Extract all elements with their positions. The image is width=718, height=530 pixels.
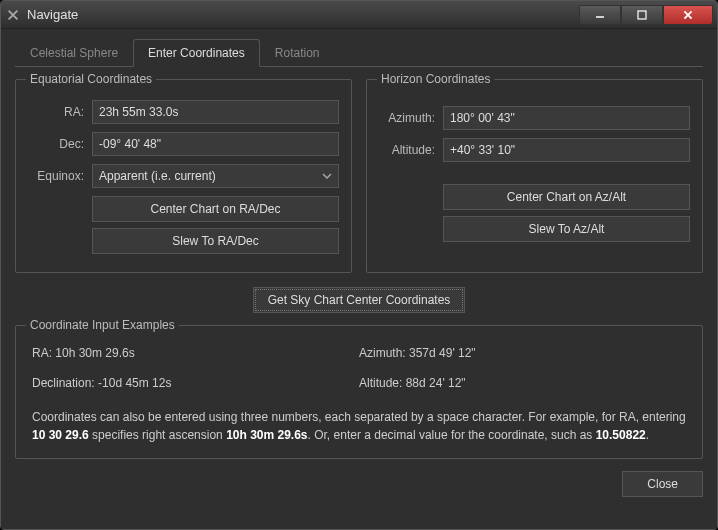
example-ra: RA: 10h 30m 29.6s bbox=[32, 346, 359, 360]
tab-celestial-sphere[interactable]: Celestial Sphere bbox=[15, 39, 133, 66]
example-alt: Altitude: 88d 24' 12" bbox=[359, 376, 686, 390]
note-bold: 10 30 29.6 bbox=[32, 428, 89, 442]
horizon-title: Horizon Coordinates bbox=[377, 72, 494, 86]
examples-note: Coordinates can also be entered using th… bbox=[32, 408, 686, 444]
note-text: Coordinates can also be entered using th… bbox=[32, 410, 686, 424]
slew-az-alt-button[interactable]: Slew To Az/Alt bbox=[443, 216, 690, 242]
window-title: Navigate bbox=[27, 7, 579, 22]
azimuth-input[interactable] bbox=[443, 106, 690, 130]
slew-ra-dec-button[interactable]: Slew To RA/Dec bbox=[92, 228, 339, 254]
examples-group: Coordinate Input Examples RA: 10h 30m 29… bbox=[15, 325, 703, 459]
ra-input[interactable] bbox=[92, 100, 339, 124]
titlebar: Navigate bbox=[1, 1, 717, 29]
footer: Close bbox=[15, 471, 703, 497]
get-center-row: Get Sky Chart Center Coordinates bbox=[15, 287, 703, 313]
equatorial-title: Equatorial Coordinates bbox=[26, 72, 156, 86]
equinox-select[interactable]: Apparent (i.e. current) bbox=[92, 164, 339, 188]
dec-label: Dec: bbox=[28, 137, 84, 151]
ra-label: RA: bbox=[28, 105, 84, 119]
tab-rotation[interactable]: Rotation bbox=[260, 39, 335, 66]
dec-input[interactable] bbox=[92, 132, 339, 156]
azimuth-label: Azimuth: bbox=[379, 111, 435, 125]
note-bold: 10.50822 bbox=[596, 428, 646, 442]
center-ra-dec-button[interactable]: Center Chart on RA/Dec bbox=[92, 196, 339, 222]
horizon-group: Horizon Coordinates Azimuth: Altitude: C… bbox=[366, 79, 703, 273]
examples-title: Coordinate Input Examples bbox=[26, 318, 179, 332]
altitude-input[interactable] bbox=[443, 138, 690, 162]
example-az: Azimuth: 357d 49' 12" bbox=[359, 346, 686, 360]
equatorial-group: Equatorial Coordinates RA: Dec: Equinox:… bbox=[15, 79, 352, 273]
altitude-label: Altitude: bbox=[379, 143, 435, 157]
app-icon bbox=[5, 7, 21, 23]
equinox-label: Equinox: bbox=[28, 169, 84, 183]
close-window-button[interactable] bbox=[663, 5, 713, 25]
note-text: . Or, enter a decimal value for the coor… bbox=[308, 428, 596, 442]
window-controls bbox=[579, 5, 713, 25]
coordinate-groups: Equatorial Coordinates RA: Dec: Equinox:… bbox=[15, 79, 703, 273]
note-text: . bbox=[646, 428, 649, 442]
get-sky-chart-center-button[interactable]: Get Sky Chart Center Coordinates bbox=[253, 287, 466, 313]
minimize-button[interactable] bbox=[579, 5, 621, 25]
content-area: Celestial Sphere Enter Coordinates Rotat… bbox=[1, 29, 717, 529]
close-button[interactable]: Close bbox=[622, 471, 703, 497]
center-az-alt-button[interactable]: Center Chart on Az/Alt bbox=[443, 184, 690, 210]
navigate-window: Navigate Celestial Sphere Enter Coordina… bbox=[0, 0, 718, 530]
maximize-button[interactable] bbox=[621, 5, 663, 25]
note-bold: 10h 30m 29.6s bbox=[226, 428, 307, 442]
tab-enter-coordinates[interactable]: Enter Coordinates bbox=[133, 39, 260, 67]
example-dec: Declination: -10d 45m 12s bbox=[32, 376, 359, 390]
svg-rect-1 bbox=[638, 11, 646, 19]
tab-bar: Celestial Sphere Enter Coordinates Rotat… bbox=[15, 39, 703, 67]
note-text: specifies right ascension bbox=[89, 428, 226, 442]
